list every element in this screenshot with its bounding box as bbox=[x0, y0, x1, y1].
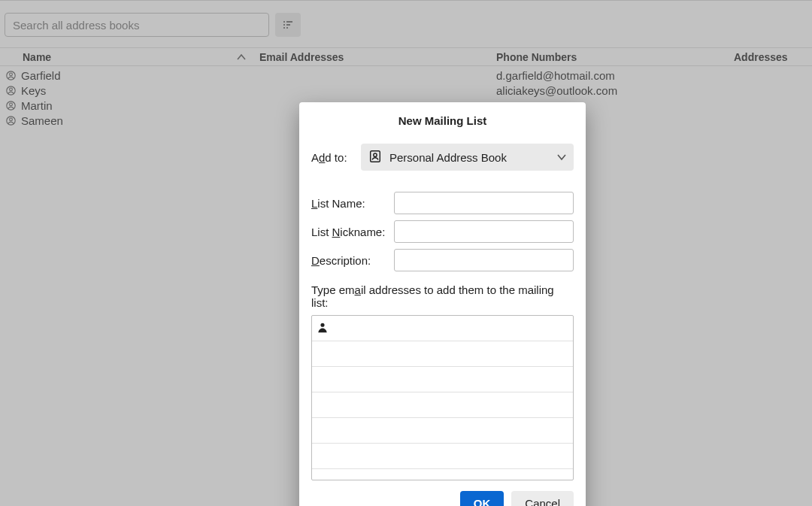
add-to-select[interactable]: Personal Address Book bbox=[361, 144, 574, 171]
email-hint-text: Type email addresses to add them to the … bbox=[311, 283, 574, 309]
person-icon bbox=[317, 321, 329, 335]
list-nickname-label: List Nickname: bbox=[311, 226, 394, 238]
email-address-list[interactable] bbox=[311, 315, 574, 480]
ok-button[interactable]: OK bbox=[460, 491, 504, 506]
email-line[interactable] bbox=[312, 392, 573, 418]
description-input[interactable] bbox=[394, 249, 574, 271]
list-name-label: List Name: bbox=[311, 197, 394, 210]
dialog-title: New Mailing List bbox=[311, 114, 574, 127]
cancel-button[interactable]: Cancel bbox=[511, 491, 574, 506]
new-mailing-list-dialog: New Mailing List Add to: Personal Addres… bbox=[299, 102, 586, 506]
email-line[interactable] bbox=[312, 444, 573, 469]
email-line[interactable] bbox=[312, 341, 573, 367]
chevron-down-icon bbox=[557, 151, 566, 163]
svg-point-15 bbox=[374, 153, 377, 156]
email-line[interactable] bbox=[312, 418, 573, 444]
addressbook-icon bbox=[368, 150, 382, 165]
email-line[interactable] bbox=[312, 316, 573, 341]
email-line[interactable] bbox=[312, 367, 573, 392]
description-label: Description: bbox=[311, 254, 394, 267]
email-line[interactable] bbox=[312, 469, 573, 480]
add-to-label: Add to: bbox=[311, 151, 361, 164]
list-nickname-input[interactable] bbox=[394, 220, 574, 243]
add-to-selected-text: Personal Address Book bbox=[389, 151, 550, 164]
svg-point-16 bbox=[320, 323, 324, 327]
list-name-input[interactable] bbox=[394, 192, 574, 214]
